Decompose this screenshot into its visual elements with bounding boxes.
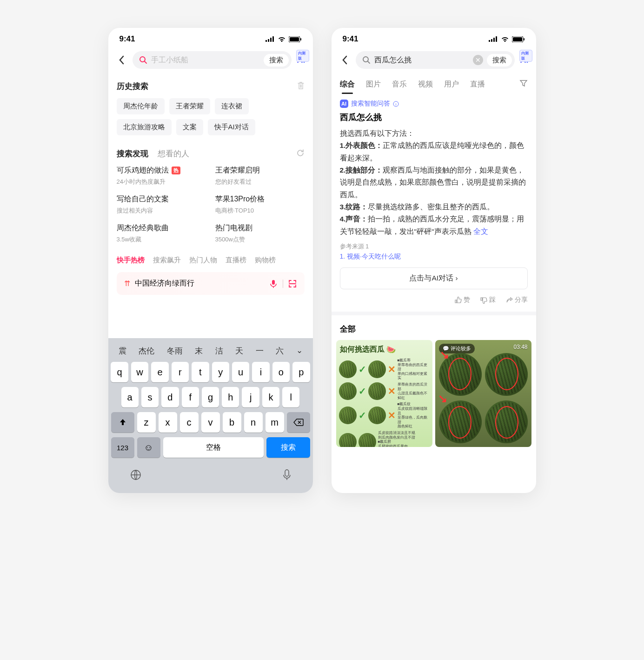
- candidate[interactable]: 杰伦: [136, 345, 157, 357]
- key[interactable]: t: [192, 362, 209, 382]
- discover-item[interactable]: 周杰伦经典歌曲3.5w收藏: [117, 223, 206, 244]
- rank-tab[interactable]: 热门人物: [189, 256, 217, 265]
- trend-up-icon: ⇈: [124, 279, 130, 288]
- candidate[interactable]: 洁: [212, 345, 226, 357]
- history-chip[interactable]: 连衣裙: [215, 98, 249, 114]
- dislike-button[interactable]: 踩: [480, 296, 496, 304]
- key[interactable]: d: [161, 387, 179, 407]
- rank-tab[interactable]: 购物榜: [255, 256, 276, 265]
- key[interactable]: j: [242, 387, 259, 407]
- search-pill[interactable]: ✕ 搜索: [356, 51, 515, 69]
- filter-icon[interactable]: [519, 79, 528, 89]
- key[interactable]: h: [222, 387, 239, 407]
- space-key[interactable]: 空格: [163, 437, 264, 458]
- globe-icon[interactable]: [130, 469, 142, 481]
- status-icons: [266, 36, 302, 42]
- key[interactable]: a: [121, 387, 139, 407]
- key[interactable]: e: [151, 362, 168, 382]
- candidate[interactable]: 末: [192, 345, 206, 357]
- key[interactable]: x: [159, 412, 177, 433]
- rank-tab[interactable]: 快手热榜: [117, 256, 145, 265]
- key[interactable]: f: [182, 387, 199, 407]
- info-icon[interactable]: i: [393, 101, 399, 107]
- enter-key[interactable]: 搜索: [266, 437, 310, 458]
- key[interactable]: l: [282, 387, 299, 407]
- back-button[interactable]: [338, 53, 351, 67]
- mic-icon[interactable]: [282, 469, 292, 481]
- clear-button[interactable]: ✕: [473, 55, 483, 65]
- discover-item[interactable]: 热门电视剧3500w点赞: [215, 223, 305, 244]
- key[interactable]: k: [262, 387, 279, 407]
- discover-item[interactable]: 可乐鸡翅的做法热24小时内热度飙升: [117, 166, 206, 186]
- search-pill[interactable]: 搜索: [133, 51, 292, 69]
- trash-icon[interactable]: [297, 81, 305, 92]
- discover-item[interactable]: 王者荣耀启明您的好友看过: [215, 166, 305, 186]
- history-chip[interactable]: 文案: [176, 119, 203, 135]
- search-button[interactable]: 搜索: [264, 54, 289, 67]
- key-row-1: qwertyuiop: [111, 362, 310, 382]
- emoji-key[interactable]: ☺: [137, 437, 160, 458]
- expand-link[interactable]: 全文: [473, 227, 488, 235]
- key[interactable]: r: [172, 362, 189, 382]
- mic-icon[interactable]: [269, 279, 278, 288]
- candidate[interactable]: 一: [253, 345, 266, 357]
- result-card[interactable]: 如何挑选西瓜🍉 ✓✕■瓤瓜蒂果蒂卷曲的西瓜更甜果肉口感相对更紧实 ✓✕果蒂曲直的…: [336, 340, 432, 447]
- discover-tab-1[interactable]: 搜索发现: [117, 148, 148, 159]
- back-button[interactable]: [115, 53, 128, 67]
- source-link[interactable]: 1. 视频·今天吃什么呢: [340, 253, 528, 261]
- key[interactable]: s: [141, 387, 159, 407]
- search-input[interactable]: [151, 56, 260, 64]
- rank-tab[interactable]: 直播榜: [226, 256, 246, 265]
- numeric-key[interactable]: 123: [111, 437, 134, 458]
- ai-button[interactable]: Ai: [296, 53, 306, 67]
- share-button[interactable]: 分享: [506, 296, 528, 304]
- tab[interactable]: 视频: [418, 80, 433, 89]
- discover-tab-2[interactable]: 想看的人: [158, 148, 189, 159]
- key[interactable]: p: [292, 362, 310, 382]
- search-input[interactable]: [374, 56, 469, 64]
- candidate[interactable]: 冬雨: [164, 345, 186, 357]
- candidate[interactable]: 天: [232, 345, 246, 357]
- key[interactable]: q: [111, 362, 128, 382]
- history-chip[interactable]: 王者荣耀: [169, 98, 210, 114]
- refresh-icon[interactable]: [296, 149, 305, 159]
- key[interactable]: g: [202, 387, 219, 407]
- chevron-down-icon[interactable]: ⌄: [293, 345, 305, 357]
- candidate[interactable]: 六: [273, 345, 286, 357]
- key[interactable]: b: [223, 412, 241, 433]
- tab[interactable]: 综合: [340, 80, 355, 89]
- key[interactable]: c: [180, 412, 199, 433]
- tab[interactable]: 图片: [366, 80, 381, 89]
- key[interactable]: m: [266, 412, 284, 433]
- result-card[interactable]: 💬 评论较多 03:48 ↘ ↘: [435, 340, 531, 447]
- history-chip[interactable]: 北京旅游攻略: [117, 119, 172, 135]
- history-chip[interactable]: 快手AI对话: [208, 119, 255, 135]
- candidate[interactable]: 震: [116, 345, 129, 357]
- key[interactable]: n: [244, 412, 263, 433]
- delete-key[interactable]: [287, 412, 310, 433]
- ai-button[interactable]: Ai: [519, 53, 530, 67]
- key[interactable]: w: [131, 362, 148, 382]
- tab[interactable]: 音乐: [392, 80, 407, 89]
- trend-bar[interactable]: ⇈ 中国经济向绿而行: [117, 272, 305, 295]
- svg-rect-5: [290, 37, 299, 41]
- key[interactable]: i: [252, 362, 269, 382]
- discover-item[interactable]: 写给自己的文案搜过相关内容: [117, 194, 206, 215]
- scan-icon[interactable]: [288, 279, 297, 288]
- key[interactable]: z: [137, 412, 156, 433]
- tab[interactable]: 用户: [444, 80, 459, 89]
- key[interactable]: u: [232, 362, 249, 382]
- tab[interactable]: 直播: [470, 80, 485, 89]
- key[interactable]: y: [212, 362, 229, 382]
- discover-item[interactable]: 苹果13Pro价格电商榜·TOP10: [215, 194, 305, 215]
- ai-chat-button[interactable]: 点击与AI对话 ›: [340, 267, 528, 289]
- ai-body: 挑选西瓜有以下方法： 1.外表颜色：正常成熟的西瓜应该是纯哑光绿色的，颜色看起来…: [340, 127, 528, 238]
- key[interactable]: o: [272, 362, 290, 382]
- like-button[interactable]: 赞: [455, 296, 470, 304]
- key[interactable]: v: [201, 412, 220, 433]
- signal-icon: [489, 36, 498, 42]
- shift-key[interactable]: [111, 412, 134, 433]
- search-button[interactable]: 搜索: [487, 54, 512, 67]
- rank-tab[interactable]: 搜索飙升: [153, 256, 181, 265]
- history-chip[interactable]: 周杰伦年龄: [117, 98, 165, 114]
